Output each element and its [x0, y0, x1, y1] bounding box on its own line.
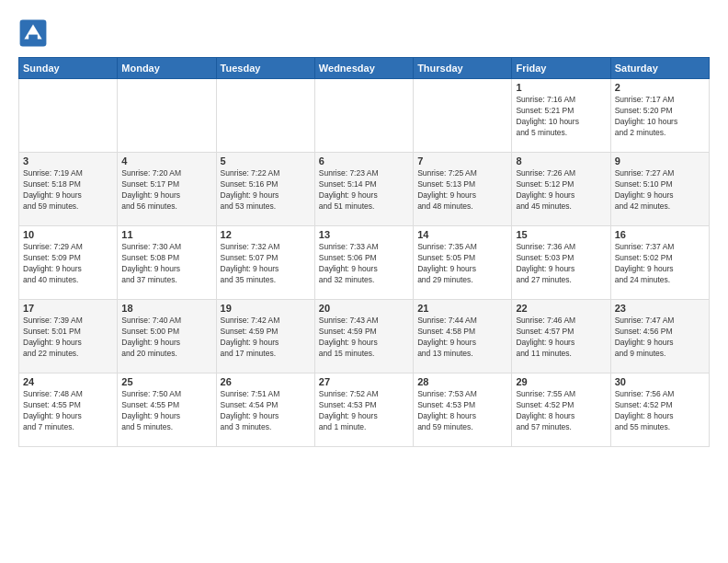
day-info: Sunrise: 7:33 AM Sunset: 5:06 PM Dayligh…	[319, 242, 409, 286]
day-number: 27	[319, 376, 409, 387]
table-row: 11Sunrise: 7:30 AM Sunset: 5:08 PM Dayli…	[118, 226, 216, 300]
table-row: 9Sunrise: 7:27 AM Sunset: 5:10 PM Daylig…	[610, 153, 709, 226]
table-row	[314, 79, 413, 153]
svg-rect-2	[28, 35, 38, 40]
table-row: 17Sunrise: 7:39 AM Sunset: 5:01 PM Dayli…	[19, 300, 118, 373]
day-number: 26	[221, 376, 311, 387]
day-info: Sunrise: 7:32 AM Sunset: 5:07 PM Dayligh…	[221, 242, 311, 286]
day-number: 3	[23, 155, 113, 167]
table-row: 3Sunrise: 7:19 AM Sunset: 5:18 PM Daylig…	[19, 153, 118, 226]
day-info: Sunrise: 7:39 AM Sunset: 5:01 PM Dayligh…	[23, 316, 113, 360]
table-row: 19Sunrise: 7:42 AM Sunset: 4:59 PM Dayli…	[216, 300, 314, 373]
day-info: Sunrise: 7:56 AM Sunset: 4:52 PM Dayligh…	[615, 389, 705, 433]
calendar-header-row: Sunday Monday Tuesday Wednesday Thursday…	[19, 58, 710, 79]
table-row: 12Sunrise: 7:32 AM Sunset: 5:07 PM Dayli…	[216, 226, 314, 300]
day-info: Sunrise: 7:36 AM Sunset: 5:03 PM Dayligh…	[516, 242, 606, 286]
table-row: 25Sunrise: 7:50 AM Sunset: 4:55 PM Dayli…	[118, 373, 216, 447]
day-number: 4	[121, 155, 211, 167]
day-info: Sunrise: 7:20 AM Sunset: 5:17 PM Dayligh…	[121, 168, 211, 213]
day-number: 16	[615, 229, 705, 240]
calendar-week-row: 10Sunrise: 7:29 AM Sunset: 5:09 PM Dayli…	[19, 226, 710, 300]
table-row: 16Sunrise: 7:37 AM Sunset: 5:02 PM Dayli…	[610, 226, 709, 300]
col-thursday: Thursday	[414, 58, 512, 79]
day-number: 5	[221, 155, 311, 167]
day-number: 18	[121, 303, 211, 314]
day-info: Sunrise: 7:19 AM Sunset: 5:18 PM Dayligh…	[23, 168, 113, 213]
day-info: Sunrise: 7:27 AM Sunset: 5:10 PM Dayligh…	[615, 168, 705, 213]
table-row: 14Sunrise: 7:35 AM Sunset: 5:05 PM Dayli…	[414, 226, 512, 300]
day-number: 13	[319, 229, 409, 240]
day-info: Sunrise: 7:23 AM Sunset: 5:14 PM Dayligh…	[319, 168, 409, 213]
table-row: 7Sunrise: 7:25 AM Sunset: 5:13 PM Daylig…	[414, 153, 512, 226]
day-info: Sunrise: 7:25 AM Sunset: 5:13 PM Dayligh…	[417, 168, 507, 213]
day-number: 30	[615, 376, 705, 387]
logo-icon	[18, 18, 48, 48]
day-info: Sunrise: 7:40 AM Sunset: 5:00 PM Dayligh…	[121, 316, 211, 360]
table-row: 10Sunrise: 7:29 AM Sunset: 5:09 PM Dayli…	[19, 226, 118, 300]
table-row: 24Sunrise: 7:48 AM Sunset: 4:55 PM Dayli…	[19, 373, 118, 447]
day-number: 12	[221, 229, 311, 240]
day-info: Sunrise: 7:53 AM Sunset: 4:53 PM Dayligh…	[417, 389, 507, 433]
table-row	[118, 79, 216, 153]
day-number: 10	[23, 229, 113, 240]
day-number: 7	[417, 155, 507, 167]
day-number: 19	[221, 303, 311, 314]
table-row: 6Sunrise: 7:23 AM Sunset: 5:14 PM Daylig…	[314, 153, 413, 226]
day-number: 29	[516, 376, 606, 387]
table-row: 1Sunrise: 7:16 AM Sunset: 5:21 PM Daylig…	[512, 79, 610, 153]
calendar-week-row: 1Sunrise: 7:16 AM Sunset: 5:21 PM Daylig…	[19, 79, 710, 153]
day-number: 6	[319, 155, 409, 167]
day-info: Sunrise: 7:44 AM Sunset: 4:58 PM Dayligh…	[417, 316, 507, 360]
table-row: 5Sunrise: 7:22 AM Sunset: 5:16 PM Daylig…	[216, 153, 314, 226]
table-row: 18Sunrise: 7:40 AM Sunset: 5:00 PM Dayli…	[118, 300, 216, 373]
logo	[18, 18, 51, 48]
day-number: 17	[23, 303, 113, 314]
table-row: 30Sunrise: 7:56 AM Sunset: 4:52 PM Dayli…	[610, 373, 709, 447]
day-info: Sunrise: 7:16 AM Sunset: 5:21 PM Dayligh…	[516, 95, 606, 139]
day-info: Sunrise: 7:29 AM Sunset: 5:09 PM Dayligh…	[23, 242, 113, 286]
day-info: Sunrise: 7:35 AM Sunset: 5:05 PM Dayligh…	[417, 242, 507, 286]
day-info: Sunrise: 7:51 AM Sunset: 4:54 PM Dayligh…	[221, 389, 311, 433]
day-number: 9	[615, 155, 705, 167]
table-row: 21Sunrise: 7:44 AM Sunset: 4:58 PM Dayli…	[414, 300, 512, 373]
day-number: 21	[417, 303, 507, 314]
day-number: 8	[516, 155, 606, 167]
table-row: 20Sunrise: 7:43 AM Sunset: 4:59 PM Dayli…	[314, 300, 413, 373]
day-info: Sunrise: 7:50 AM Sunset: 4:55 PM Dayligh…	[121, 389, 211, 433]
table-row: 26Sunrise: 7:51 AM Sunset: 4:54 PM Dayli…	[216, 373, 314, 447]
calendar: Sunday Monday Tuesday Wednesday Thursday…	[18, 57, 710, 447]
calendar-week-row: 17Sunrise: 7:39 AM Sunset: 5:01 PM Dayli…	[19, 300, 710, 373]
col-friday: Friday	[512, 58, 610, 79]
day-number: 23	[615, 303, 705, 314]
day-number: 15	[516, 229, 606, 240]
calendar-week-row: 3Sunrise: 7:19 AM Sunset: 5:18 PM Daylig…	[19, 153, 710, 226]
day-info: Sunrise: 7:30 AM Sunset: 5:08 PM Dayligh…	[121, 242, 211, 286]
day-info: Sunrise: 7:46 AM Sunset: 4:57 PM Dayligh…	[516, 316, 606, 360]
day-info: Sunrise: 7:37 AM Sunset: 5:02 PM Dayligh…	[615, 242, 705, 286]
calendar-week-row: 24Sunrise: 7:48 AM Sunset: 4:55 PM Dayli…	[19, 373, 710, 447]
day-info: Sunrise: 7:22 AM Sunset: 5:16 PM Dayligh…	[221, 168, 311, 213]
table-row: 2Sunrise: 7:17 AM Sunset: 5:20 PM Daylig…	[610, 79, 709, 153]
day-number: 22	[516, 303, 606, 314]
table-row: 4Sunrise: 7:20 AM Sunset: 5:17 PM Daylig…	[118, 153, 216, 226]
day-number: 11	[121, 229, 211, 240]
day-info: Sunrise: 7:52 AM Sunset: 4:53 PM Dayligh…	[319, 389, 409, 433]
day-info: Sunrise: 7:47 AM Sunset: 4:56 PM Dayligh…	[615, 316, 705, 360]
day-number: 24	[23, 376, 113, 387]
day-info: Sunrise: 7:26 AM Sunset: 5:12 PM Dayligh…	[516, 168, 606, 213]
day-info: Sunrise: 7:48 AM Sunset: 4:55 PM Dayligh…	[23, 389, 113, 433]
day-info: Sunrise: 7:17 AM Sunset: 5:20 PM Dayligh…	[615, 95, 705, 139]
day-number: 28	[417, 376, 507, 387]
table-row: 22Sunrise: 7:46 AM Sunset: 4:57 PM Dayli…	[512, 300, 610, 373]
table-row: 27Sunrise: 7:52 AM Sunset: 4:53 PM Dayli…	[314, 373, 413, 447]
day-number: 20	[319, 303, 409, 314]
day-number: 1	[516, 82, 606, 93]
table-row: 8Sunrise: 7:26 AM Sunset: 5:12 PM Daylig…	[512, 153, 610, 226]
col-saturday: Saturday	[610, 58, 709, 79]
day-info: Sunrise: 7:43 AM Sunset: 4:59 PM Dayligh…	[319, 316, 409, 360]
table-row	[216, 79, 314, 153]
table-row: 13Sunrise: 7:33 AM Sunset: 5:06 PM Dayli…	[314, 226, 413, 300]
table-row: 23Sunrise: 7:47 AM Sunset: 4:56 PM Dayli…	[610, 300, 709, 373]
col-tuesday: Tuesday	[216, 58, 314, 79]
table-row	[414, 79, 512, 153]
